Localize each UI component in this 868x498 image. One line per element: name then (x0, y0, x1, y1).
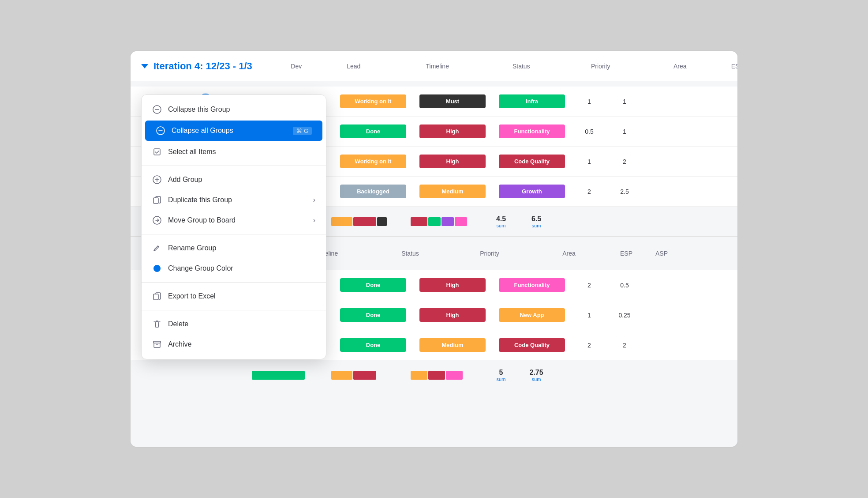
status-summary-bars-2 (325, 371, 404, 380)
select-all-icon (152, 147, 162, 157)
svg-rect-7 (153, 294, 158, 300)
area-badge: Infra (499, 94, 565, 108)
change-color-icon (152, 264, 162, 273)
status-badge: Done (340, 278, 406, 292)
move-group-icon (152, 215, 162, 225)
g2-col-area: Area (529, 250, 609, 257)
menu-item-delete[interactable]: Delete (142, 314, 326, 334)
status-badge: Working on it (340, 155, 406, 168)
esp-value: 0.5 (572, 128, 607, 135)
asp-value: 0.5 (607, 282, 642, 289)
status-badge: Done (340, 124, 406, 138)
status-summary-bars (325, 217, 404, 226)
priority-badge: Medium (419, 185, 486, 198)
asp-value: 2 (607, 342, 642, 349)
priority-summary-bars (404, 217, 483, 226)
area-badge: Growth (499, 185, 565, 198)
summary-row-2: 5 sum 2.75 sum (131, 360, 737, 390)
esp-value: 2 (572, 342, 607, 349)
status-badge: Backlogged (340, 185, 406, 198)
menu-item-collapse-all[interactable]: Collapse all Groups ⌘ G (145, 121, 322, 141)
area-badge: Functionality (499, 124, 565, 138)
col-header-esp: ESP (720, 63, 738, 70)
col-header-status: Status (482, 63, 561, 70)
menu-item-add-group[interactable]: Add Group (142, 170, 326, 190)
col-header-lead: Lead (314, 63, 393, 70)
add-group-icon (152, 175, 162, 185)
status-badge: Done (340, 338, 406, 352)
collapse-all-icon (156, 126, 165, 136)
col-header-timeline: Timeline (393, 63, 482, 70)
asp-value: 1 (607, 98, 642, 105)
archive-icon (152, 340, 162, 349)
menu-item-select-all[interactable]: Select all Items (142, 142, 326, 162)
iteration-title[interactable]: Iteration 4: 12/23 - 1/3 (141, 60, 252, 72)
priority-badge: High (419, 308, 486, 322)
g2-col-priority: Priority (450, 250, 529, 257)
col-header-area: Area (640, 63, 720, 70)
asp-value: 2.5 (607, 188, 642, 195)
main-content: ! Dec 23 - 27 Working on it Must Infra 1 (131, 81, 737, 447)
esp-value: 2 (572, 188, 607, 195)
menu-item-move-group[interactable]: Move Group to Board › (142, 210, 326, 230)
duplicate-arrow-icon: › (313, 196, 315, 204)
menu-item-archive[interactable]: Archive (142, 334, 326, 355)
priority-badge: Must (419, 94, 486, 108)
menu-divider-3 (142, 282, 326, 283)
export-excel-icon (152, 291, 162, 301)
duplicate-group-icon (152, 195, 162, 205)
status-badge: Done (340, 308, 406, 322)
delete-icon (152, 319, 162, 329)
priority-badge: Medium (419, 338, 486, 352)
header-row: Iteration 4: 12/23 - 1/3 Dev Lead Timeli… (131, 51, 737, 81)
esp-value: 2 (572, 282, 607, 289)
collapse-arrow-icon[interactable] (141, 64, 148, 68)
asp-summary-2: 2.75 sum (519, 369, 554, 382)
priority-badge: High (419, 155, 486, 168)
g2-col-esp: ESP (609, 250, 644, 257)
menu-item-change-color[interactable]: Change Group Color (142, 258, 326, 279)
app-container: Iteration 4: 12/23 - 1/3 Dev Lead Timeli… (130, 50, 738, 448)
column-headers: Dev Lead Timeline Status Priority Area E… (279, 63, 738, 70)
menu-divider-4 (142, 310, 326, 310)
g2-col-asp: ASP (644, 250, 679, 257)
move-arrow-icon: › (313, 216, 315, 224)
esp-value: 1 (572, 158, 607, 165)
area-badge: Functionality (499, 278, 565, 292)
menu-item-duplicate-group[interactable]: Duplicate this Group › (142, 190, 326, 210)
svg-point-6 (153, 265, 161, 272)
svg-rect-4 (153, 198, 158, 204)
area-badge: Code Quality (499, 155, 565, 168)
asp-value: 1 (607, 128, 642, 135)
iteration-title-text: Iteration 4: 12/23 - 1/3 (153, 60, 252, 72)
esp-summary-2: 5 sum (483, 369, 519, 382)
rename-group-icon (152, 243, 162, 253)
esp-value: 1 (572, 312, 607, 319)
col-header-priority: Priority (561, 63, 640, 70)
asp-value: 2 (607, 158, 642, 165)
menu-item-rename-group[interactable]: Rename Group (142, 238, 326, 258)
timeline-summary-bars-2 (245, 371, 325, 380)
menu-item-export-excel[interactable]: Export to Excel (142, 286, 326, 306)
menu-divider-2 (142, 234, 326, 234)
col-header-dev: Dev (279, 63, 314, 70)
menu-divider-1 (142, 166, 326, 166)
priority-summary-bars-2 (404, 371, 483, 380)
esp-summary: 4.5 sum (483, 215, 519, 228)
svg-rect-8 (153, 341, 161, 343)
asp-summary: 6.5 sum (519, 215, 554, 228)
context-menu: Collapse this Group Collapse all Groups … (141, 94, 326, 359)
priority-badge: High (419, 124, 486, 138)
status-badge: Working on it (340, 94, 406, 108)
area-badge: New App (499, 308, 565, 322)
asp-value: 0.25 (607, 312, 642, 319)
esp-value: 1 (572, 98, 607, 105)
priority-badge: High (419, 278, 486, 292)
collapse-group-icon (152, 105, 162, 114)
g2-col-status: Status (370, 250, 450, 257)
svg-rect-2 (154, 149, 160, 155)
area-badge: Code Quality (499, 338, 565, 352)
menu-item-collapse-group[interactable]: Collapse this Group (142, 99, 326, 120)
